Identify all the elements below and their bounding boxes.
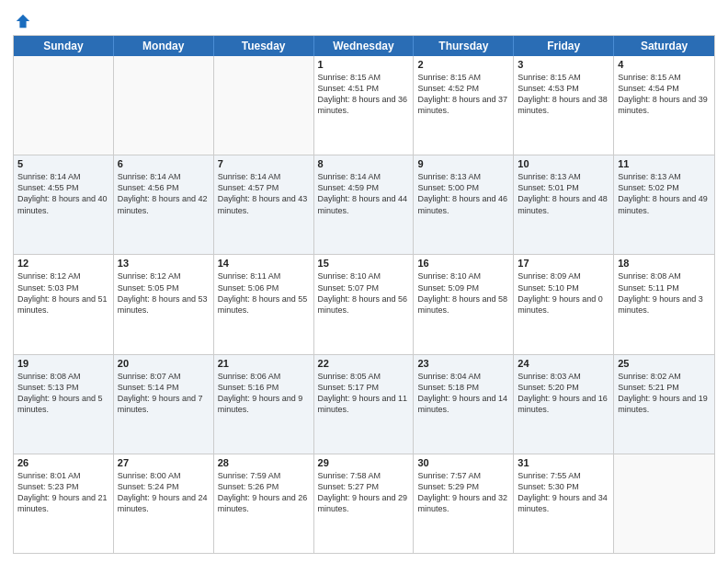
day-info: Sunrise: 8:14 AM Sunset: 4:59 PM Dayligh…: [318, 171, 410, 216]
calendar-day-25: 25Sunrise: 8:02 AM Sunset: 5:21 PM Dayli…: [614, 355, 714, 454]
day-number: 19: [17, 358, 109, 369]
calendar-day-7: 7Sunrise: 8:14 AM Sunset: 4:57 PM Daylig…: [214, 155, 314, 254]
calendar-day-26: 26Sunrise: 8:01 AM Sunset: 5:23 PM Dayli…: [14, 454, 114, 553]
day-number: 17: [518, 258, 609, 269]
calendar-day-empty: [114, 56, 214, 155]
day-number: 25: [618, 358, 711, 369]
day-info: Sunrise: 8:15 AM Sunset: 4:51 PM Dayligh…: [318, 72, 410, 117]
calendar-day-empty: [14, 56, 114, 155]
day-info: Sunrise: 8:15 AM Sunset: 4:53 PM Dayligh…: [518, 72, 609, 117]
calendar-day-19: 19Sunrise: 8:08 AM Sunset: 5:13 PM Dayli…: [14, 355, 114, 454]
day-number: 26: [17, 457, 109, 468]
calendar-day-12: 12Sunrise: 8:12 AM Sunset: 5:03 PM Dayli…: [14, 255, 114, 353]
calendar-day-15: 15Sunrise: 8:10 AM Sunset: 5:07 PM Dayli…: [314, 255, 415, 353]
day-info: Sunrise: 8:12 AM Sunset: 5:05 PM Dayligh…: [118, 270, 210, 316]
calendar-day-14: 14Sunrise: 8:11 AM Sunset: 5:06 PM Dayli…: [214, 255, 314, 353]
day-info: Sunrise: 8:07 AM Sunset: 5:14 PM Dayligh…: [118, 371, 210, 416]
day-info: Sunrise: 8:09 AM Sunset: 5:10 PM Dayligh…: [518, 270, 609, 316]
weekday-header-wednesday: Wednesday: [314, 36, 415, 56]
day-info: Sunrise: 8:10 AM Sunset: 5:09 PM Dayligh…: [417, 270, 509, 316]
day-number: 1: [318, 59, 410, 70]
calendar-week-5: 26Sunrise: 8:01 AM Sunset: 5:23 PM Dayli…: [14, 454, 714, 553]
day-info: Sunrise: 8:10 AM Sunset: 5:07 PM Dayligh…: [318, 270, 410, 316]
day-number: 30: [417, 457, 509, 468]
weekday-header-monday: Monday: [114, 36, 214, 56]
day-number: 28: [218, 457, 310, 468]
day-number: 4: [618, 59, 711, 70]
calendar-day-10: 10Sunrise: 8:13 AM Sunset: 5:01 PM Dayli…: [514, 155, 614, 254]
calendar-day-20: 20Sunrise: 8:07 AM Sunset: 5:14 PM Dayli…: [114, 355, 214, 454]
day-number: 23: [417, 358, 509, 369]
svg-marker-0: [17, 15, 29, 28]
weekday-header-tuesday: Tuesday: [214, 36, 314, 56]
calendar-day-16: 16Sunrise: 8:10 AM Sunset: 5:09 PM Dayli…: [414, 255, 514, 353]
day-number: 15: [318, 258, 410, 269]
calendar-week-1: 1Sunrise: 8:15 AM Sunset: 4:51 PM Daylig…: [14, 56, 714, 155]
calendar-day-21: 21Sunrise: 8:06 AM Sunset: 5:16 PM Dayli…: [214, 355, 314, 454]
calendar-day-27: 27Sunrise: 8:00 AM Sunset: 5:24 PM Dayli…: [114, 454, 214, 553]
day-number: 13: [118, 258, 210, 269]
day-number: 24: [518, 358, 609, 369]
day-info: Sunrise: 7:59 AM Sunset: 5:26 PM Dayligh…: [218, 470, 310, 515]
day-number: 2: [417, 59, 509, 70]
calendar-day-23: 23Sunrise: 8:04 AM Sunset: 5:18 PM Dayli…: [414, 355, 514, 454]
calendar-day-29: 29Sunrise: 7:58 AM Sunset: 5:27 PM Dayli…: [314, 454, 415, 553]
day-info: Sunrise: 8:13 AM Sunset: 5:00 PM Dayligh…: [417, 171, 509, 216]
calendar-day-22: 22Sunrise: 8:05 AM Sunset: 5:17 PM Dayli…: [314, 355, 415, 454]
day-info: Sunrise: 8:08 AM Sunset: 5:11 PM Dayligh…: [618, 270, 711, 316]
day-number: 18: [618, 258, 711, 269]
calendar-day-30: 30Sunrise: 7:57 AM Sunset: 5:29 PM Dayli…: [414, 454, 514, 553]
logo: [13, 13, 31, 29]
calendar-day-3: 3Sunrise: 8:15 AM Sunset: 4:53 PM Daylig…: [514, 56, 614, 155]
calendar-day-empty: [614, 454, 714, 553]
day-number: 31: [518, 457, 609, 468]
day-number: 5: [17, 158, 109, 169]
day-info: Sunrise: 8:08 AM Sunset: 5:13 PM Dayligh…: [17, 371, 109, 416]
day-number: 6: [118, 158, 210, 169]
day-info: Sunrise: 8:13 AM Sunset: 5:02 PM Dayligh…: [618, 171, 711, 216]
calendar-week-2: 5Sunrise: 8:14 AM Sunset: 4:55 PM Daylig…: [14, 155, 714, 254]
day-info: Sunrise: 8:03 AM Sunset: 5:20 PM Dayligh…: [518, 371, 609, 416]
calendar-day-11: 11Sunrise: 8:13 AM Sunset: 5:02 PM Dayli…: [614, 155, 714, 254]
day-number: 29: [318, 457, 410, 468]
calendar-day-6: 6Sunrise: 8:14 AM Sunset: 4:56 PM Daylig…: [114, 155, 214, 254]
calendar-day-5: 5Sunrise: 8:14 AM Sunset: 4:55 PM Daylig…: [14, 155, 114, 254]
day-number: 11: [618, 158, 711, 169]
day-info: Sunrise: 7:57 AM Sunset: 5:29 PM Dayligh…: [417, 470, 509, 515]
day-info: Sunrise: 8:12 AM Sunset: 5:03 PM Dayligh…: [17, 270, 109, 316]
day-info: Sunrise: 8:15 AM Sunset: 4:52 PM Dayligh…: [417, 72, 509, 117]
calendar-day-empty: [214, 56, 314, 155]
day-number: 22: [318, 358, 410, 369]
calendar-body: 1Sunrise: 8:15 AM Sunset: 4:51 PM Daylig…: [14, 56, 714, 553]
calendar-day-18: 18Sunrise: 8:08 AM Sunset: 5:11 PM Dayli…: [614, 255, 714, 353]
calendar-day-17: 17Sunrise: 8:09 AM Sunset: 5:10 PM Dayli…: [514, 255, 614, 353]
day-number: 10: [518, 158, 609, 169]
calendar: SundayMondayTuesdayWednesdayThursdayFrid…: [13, 35, 715, 554]
day-number: 8: [318, 158, 410, 169]
day-info: Sunrise: 7:55 AM Sunset: 5:30 PM Dayligh…: [518, 470, 609, 515]
day-info: Sunrise: 8:14 AM Sunset: 4:57 PM Dayligh…: [218, 171, 310, 216]
weekday-header-friday: Friday: [514, 36, 614, 56]
day-number: 16: [417, 258, 509, 269]
day-info: Sunrise: 8:02 AM Sunset: 5:21 PM Dayligh…: [618, 371, 711, 416]
calendar-day-2: 2Sunrise: 8:15 AM Sunset: 4:52 PM Daylig…: [414, 56, 514, 155]
day-info: Sunrise: 8:06 AM Sunset: 5:16 PM Dayligh…: [218, 371, 310, 416]
day-info: Sunrise: 8:01 AM Sunset: 5:23 PM Dayligh…: [17, 470, 109, 515]
calendar-day-1: 1Sunrise: 8:15 AM Sunset: 4:51 PM Daylig…: [314, 56, 415, 155]
header: [13, 9, 715, 29]
day-info: Sunrise: 7:58 AM Sunset: 5:27 PM Dayligh…: [318, 470, 410, 515]
day-number: 27: [118, 457, 210, 468]
day-info: Sunrise: 8:14 AM Sunset: 4:55 PM Dayligh…: [17, 171, 109, 216]
day-info: Sunrise: 8:15 AM Sunset: 4:54 PM Dayligh…: [618, 72, 711, 117]
logo-icon: [15, 13, 31, 29]
weekday-header-saturday: Saturday: [614, 36, 714, 56]
day-number: 3: [518, 59, 609, 70]
day-info: Sunrise: 8:14 AM Sunset: 4:56 PM Dayligh…: [118, 171, 210, 216]
day-number: 14: [218, 258, 310, 269]
day-info: Sunrise: 8:05 AM Sunset: 5:17 PM Dayligh…: [318, 371, 410, 416]
calendar-header: SundayMondayTuesdayWednesdayThursdayFrid…: [14, 36, 714, 56]
weekday-header-thursday: Thursday: [414, 36, 514, 56]
day-info: Sunrise: 8:00 AM Sunset: 5:24 PM Dayligh…: [118, 470, 210, 515]
calendar-week-3: 12Sunrise: 8:12 AM Sunset: 5:03 PM Dayli…: [14, 254, 714, 353]
calendar-day-28: 28Sunrise: 7:59 AM Sunset: 5:26 PM Dayli…: [214, 454, 314, 553]
